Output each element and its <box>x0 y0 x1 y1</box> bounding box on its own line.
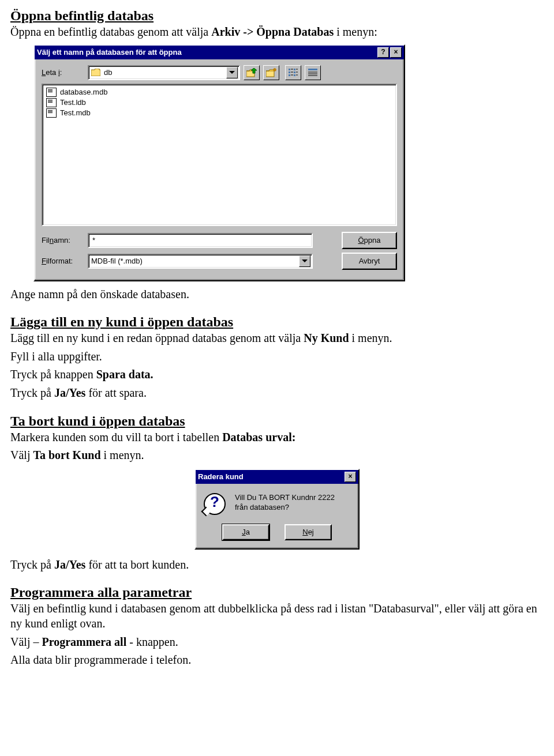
text: Välj <box>10 449 33 461</box>
svg-rect-1 <box>266 71 274 77</box>
file-item[interactable]: database.mdb <box>46 87 392 97</box>
vspace <box>10 576 544 582</box>
heading-remove-customer: Ta bort kund i öppen databas <box>10 413 544 429</box>
text: för att spara. <box>85 386 147 399</box>
heading-add-customer: Lägga till en ny kund i öppen databas <box>10 314 544 330</box>
text: Spara data. <box>96 368 154 381</box>
text: Programmera all <box>42 635 126 648</box>
text: Välj – <box>10 635 42 648</box>
look-in-row: Leta i: db <box>42 65 397 80</box>
remove-customer-p1: Markera kunden som du vill ta bort i tab… <box>10 430 544 445</box>
new-folder-button[interactable] <box>263 65 279 80</box>
look-in-combo[interactable]: db <box>88 65 240 80</box>
chevron-down-icon <box>229 71 235 74</box>
filename-label: Filnamn: <box>42 236 88 245</box>
text: Lägg till en ny kund i en redan öppnad d… <box>10 332 304 344</box>
remove-customer-p2: Välj Ta bort Kund i menyn. <box>10 448 544 463</box>
text: Ö <box>358 236 364 245</box>
add-customer-p3: Tryck på knappen Spara data. <box>10 367 544 382</box>
text: Öppna en befintlig databas genom att väl… <box>10 25 211 38</box>
open-existing-outro: Ange namn på den önskade databasen. <box>10 287 544 302</box>
svg-rect-18 <box>308 69 317 70</box>
add-customer-p4: Tryck på Ja/Yes för att spara. <box>10 386 544 401</box>
text: i menyn: <box>334 25 377 38</box>
svg-rect-8 <box>289 74 290 76</box>
msgbox-line2: från databasen? <box>235 503 335 513</box>
file-name: Test.mdb <box>60 108 91 117</box>
yes-button[interactable]: Ja <box>222 524 269 540</box>
filename-value: * <box>92 236 95 245</box>
text: Markera kunden som du vill ta bort i tab… <box>10 431 222 443</box>
look-in-value-wrap: db <box>89 68 225 77</box>
close-button[interactable]: × <box>390 47 402 58</box>
list-view-button[interactable] <box>285 65 301 80</box>
text: Databas urval: <box>222 431 295 443</box>
database-file-icon <box>46 108 57 118</box>
text: Ny Kund <box>304 332 349 344</box>
msgbox-title: Radera kund <box>198 472 244 481</box>
no-button[interactable]: Nej <box>285 524 332 540</box>
up-one-level-button[interactable] <box>244 65 260 80</box>
look-in-label: Leta i: <box>42 68 88 77</box>
dialog-title: Välj ett namn på databasen för att öppna <box>37 48 182 57</box>
filename-input[interactable]: * <box>88 233 313 248</box>
details-view-icon <box>308 69 317 77</box>
help-button[interactable]: ? <box>377 47 389 58</box>
dialog-titlebar: Välj ett namn på databasen för att öppna… <box>35 46 404 59</box>
text: för att ta bort kunden. <box>85 558 189 571</box>
msgbox-body: Vill Du TA BORT Kundnr 2222 från databas… <box>196 484 358 524</box>
add-customer-p1: Lägg till en ny kund i en redan öppnad d… <box>10 331 544 346</box>
text: a <box>246 528 250 536</box>
text: i menyn. <box>349 332 392 344</box>
file-list[interactable]: database.mdb Test.ldb Test.mdb <box>42 84 397 226</box>
vspace <box>10 404 544 411</box>
open-existing-intro: Öppna en befintlig databas genom att väl… <box>10 25 544 40</box>
details-view-button[interactable] <box>305 65 321 80</box>
file-item[interactable]: Test.ldb <box>46 97 392 108</box>
text: N <box>302 528 308 536</box>
text: eta <box>46 68 58 77</box>
msgbox-close-button[interactable]: × <box>345 472 356 482</box>
list-view-icon <box>289 69 298 77</box>
program-all-p1: Välj en befintlig kund i databasen genom… <box>10 601 544 631</box>
add-customer-p2: Fyll i alla uppgifter. <box>10 349 544 364</box>
text: - knappen. <box>126 635 178 648</box>
text: Tryck på knappen <box>10 368 96 381</box>
file-item[interactable]: Test.mdb <box>46 108 392 118</box>
question-icon <box>204 493 226 515</box>
svg-rect-9 <box>294 69 295 70</box>
menu-path-text: Arkiv -> Öppna Databas <box>211 25 334 38</box>
filetype-value-wrap: MDB-fil (*.mdb) <box>89 257 298 265</box>
dialog-body: Leta i: db <box>35 59 404 280</box>
svg-rect-6 <box>289 69 290 70</box>
filetype-row: Filformat: MDB-fil (*.mdb) Avbryt <box>42 253 397 270</box>
msgbox-titlebar: Radera kund × <box>196 470 358 484</box>
svg-rect-11 <box>294 74 295 76</box>
cancel-button-label: Avbryt <box>359 257 380 265</box>
look-in-dropdown-button[interactable] <box>226 67 238 78</box>
remove-customer-after: Tryck på Ja/Yes för att ta bort kunden. <box>10 558 544 573</box>
heading-open-existing: Öppna befintlig databas <box>10 8 544 24</box>
svg-rect-10 <box>294 72 295 73</box>
chevron-down-icon <box>302 259 308 262</box>
text: ej <box>308 528 314 536</box>
look-in-value: db <box>104 68 112 77</box>
filetype-combo[interactable]: MDB-fil (*.mdb) <box>88 254 313 269</box>
open-database-dialog: Välj ett namn på databasen för att öppna… <box>33 44 405 281</box>
delete-customer-msgbox: Radera kund × Vill Du TA BORT Kundnr 222… <box>194 469 360 550</box>
vspace <box>10 305 544 312</box>
database-file-icon <box>46 98 57 107</box>
heading-program-all: Programmera alla parametrar <box>10 585 544 600</box>
database-file-icon <box>46 88 57 97</box>
svg-rect-7 <box>289 72 290 73</box>
folder-up-icon <box>246 68 257 77</box>
msgbox-buttons: Ja Nej <box>196 524 358 548</box>
program-all-p2: Välj – Programmera all - knappen. <box>10 635 544 650</box>
open-button[interactable]: Öppna <box>342 232 397 249</box>
text: ppna <box>364 236 381 245</box>
speech-tail <box>201 506 211 516</box>
filename-row: Filnamn: * Öppna <box>42 232 397 249</box>
cancel-button[interactable]: Avbryt <box>342 253 397 270</box>
msgbox-text: Vill Du TA BORT Kundnr 2222 från databas… <box>235 493 335 513</box>
filetype-dropdown-button[interactable] <box>299 255 310 267</box>
